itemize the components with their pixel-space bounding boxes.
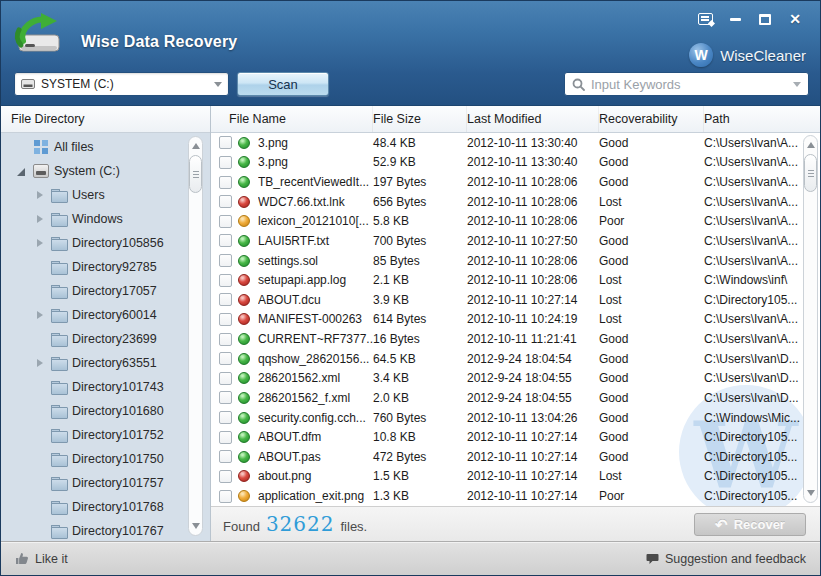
expander-icon[interactable] [35,430,46,441]
table-scrollbar-thumb[interactable] [804,154,817,192]
table-row[interactable]: lexicon_20121010[... 5.8 KB 2012-10-11 1… [211,212,820,232]
drive-selector[interactable]: SYSTEM (C:) [14,72,229,96]
table-row[interactable]: 3.png 48.4 KB 2012-10-11 13:30:40 Good C… [211,133,820,153]
scroll-up-icon[interactable] [807,142,815,148]
close-button[interactable]: ✕ [780,8,810,30]
row-checkbox[interactable] [219,490,232,503]
row-checkbox[interactable] [219,352,232,365]
tree-item[interactable]: Directory101680 [1,399,210,423]
table-row[interactable]: CURRENT~RF7377... 16 Bytes 2012-10-11 11… [211,329,820,349]
expander-icon[interactable] [35,382,46,393]
expander-icon[interactable] [17,166,28,177]
column-header-file-name[interactable]: File Name [229,106,373,132]
row-checkbox[interactable] [219,195,232,208]
expander-icon[interactable] [35,358,46,369]
column-header-path[interactable]: Path [704,106,820,132]
tree-list: All files System (C:) Users Windows Dire… [1,135,210,541]
scroll-up-icon[interactable] [192,143,200,149]
row-checkbox[interactable] [219,176,232,189]
scroll-down-icon[interactable] [192,523,200,529]
minimize-button[interactable] [720,8,750,30]
table-row[interactable]: security.config.cch... 760 Bytes 2012-10… [211,408,820,428]
expander-icon[interactable] [35,334,46,345]
expander-icon[interactable] [35,262,46,273]
tree-item[interactable]: Windows [1,207,210,231]
recover-button[interactable]: ↶ Recover [694,513,806,536]
row-checkbox[interactable] [219,313,232,326]
tree-item[interactable]: Directory101750 [1,447,210,471]
expander-icon[interactable] [35,190,46,201]
sidebar-scrollbar-thumb[interactable] [189,155,202,193]
tree-item[interactable]: Directory92785 [1,255,210,279]
search-box[interactable] [564,72,809,96]
table-row[interactable]: MANIFEST-000263 614 Bytes 2012-10-11 10:… [211,310,820,330]
cell-last-modified: 2012-10-11 10:28:06 [467,273,599,287]
table-row[interactable]: WDC7.66.txt.lnk 656 Bytes 2012-10-11 10:… [211,192,820,212]
row-checkbox[interactable] [219,391,232,404]
expander-icon[interactable] [35,454,46,465]
expander-icon[interactable] [35,502,46,513]
table-row[interactable]: settings.sol 85 Bytes 2012-10-11 10:28:0… [211,251,820,271]
table-row[interactable]: ABOUT.pas 472 Bytes 2012-10-11 10:27:14 … [211,447,820,467]
row-checkbox[interactable] [219,470,232,483]
tree-item[interactable]: Directory101767 [1,519,210,541]
table-row[interactable]: ABOUT.dfm 10.8 KB 2012-10-11 10:27:14 Go… [211,427,820,447]
like-it-link[interactable]: Like it [15,552,68,566]
expander-icon[interactable] [35,238,46,249]
tree-item[interactable]: All files [1,135,210,159]
tree-item[interactable]: Directory101743 [1,375,210,399]
row-checkbox[interactable] [219,431,232,444]
tree-item[interactable]: Directory101768 [1,495,210,519]
expander-icon[interactable] [35,286,46,297]
expander-icon[interactable] [17,142,28,153]
expander-icon[interactable] [35,406,46,417]
table-row[interactable]: 3.png 52.9 KB 2012-10-11 13:30:40 Good C… [211,153,820,173]
column-header-last-modified[interactable]: Last Modified [467,106,599,132]
tree-item[interactable]: Directory101757 [1,471,210,495]
row-checkbox[interactable] [219,234,232,247]
tree-item[interactable]: Directory63551 [1,351,210,375]
table-row[interactable]: 286201562_f.xml 2.0 KB 2012-9-24 18:04:5… [211,388,820,408]
menu-button[interactable] [690,8,720,30]
scroll-down-icon[interactable] [807,490,815,496]
maximize-button[interactable] [750,8,780,30]
search-input[interactable] [591,77,787,92]
row-checkbox[interactable] [219,411,232,424]
expander-icon[interactable] [35,310,46,321]
table-scrollbar[interactable] [803,135,818,503]
table-row[interactable]: TB_recentViewedIt... 197 Bytes 2012-10-1… [211,172,820,192]
row-checkbox[interactable] [219,372,232,385]
expander-icon[interactable] [35,214,46,225]
expander-icon[interactable] [35,478,46,489]
tree-item[interactable]: Directory101752 [1,423,210,447]
row-checkbox[interactable] [219,274,232,287]
scan-button[interactable]: Scan [237,72,329,96]
row-checkbox[interactable] [219,333,232,346]
column-header-recoverability[interactable]: Recoverability [599,106,704,132]
table-row[interactable]: ABOUT.dcu 3.9 KB 2012-10-11 10:27:14 Los… [211,290,820,310]
sidebar-scrollbar[interactable] [188,136,203,536]
expander-icon[interactable] [35,526,46,537]
row-checkbox[interactable] [219,215,232,228]
row-checkbox[interactable] [219,136,232,149]
row-checkbox[interactable] [219,156,232,169]
table-row[interactable]: qqshow_28620156... 64.5 KB 2012-9-24 18:… [211,349,820,369]
tree-item[interactable]: Directory60014 [1,303,210,327]
table-row[interactable]: setupapi.app.log 2.1 KB 2012-10-11 10:28… [211,270,820,290]
tree-item[interactable]: Directory17057 [1,279,210,303]
tree-item[interactable]: Directory105856 [1,231,210,255]
row-checkbox[interactable] [219,254,232,267]
brand-logo[interactable]: W WiseCleaner [689,43,806,67]
tree-item[interactable]: Users [1,183,210,207]
tree-item[interactable]: Directory23699 [1,327,210,351]
row-checkbox[interactable] [219,293,232,306]
row-checkbox[interactable] [219,450,232,463]
table-row[interactable]: about.png 1.5 KB 2012-10-11 10:27:14 Los… [211,467,820,487]
tree-item[interactable]: System (C:) [1,159,210,183]
table-row[interactable]: application_exit.png 1.3 KB 2012-10-11 1… [211,486,820,506]
table-row[interactable]: 286201562.xml 3.4 KB 2012-9-24 18:04:55 … [211,369,820,389]
table-row[interactable]: LAUI5RTF.txt 700 Bytes 2012-10-11 10:27:… [211,231,820,251]
column-header-file-size[interactable]: File Size [373,106,467,132]
directory-tree: All files System (C:) Users Windows Dire… [1,133,210,541]
feedback-link[interactable]: Suggestion and feedback [646,552,806,566]
